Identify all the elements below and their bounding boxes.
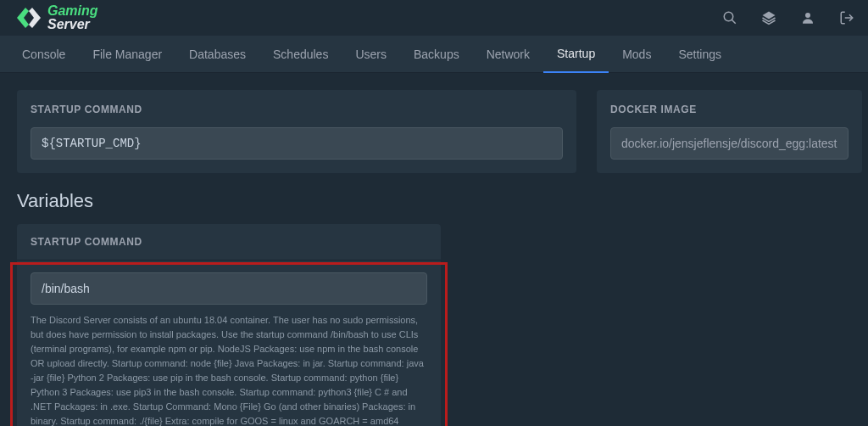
navbar: Console File Manager Databases Schedules…	[0, 36, 868, 73]
nav-settings[interactable]: Settings	[665, 36, 735, 73]
search-icon[interactable]	[722, 10, 737, 25]
nav-file-manager[interactable]: File Manager	[79, 36, 175, 73]
nav-mods[interactable]: Mods	[609, 36, 665, 73]
variables-heading: Variables	[17, 190, 576, 212]
variable-description: The Discord Server consists of an ubuntu…	[31, 313, 427, 426]
startup-command-title: STARTUP COMMAND	[31, 104, 563, 115]
layers-icon[interactable]	[761, 10, 776, 25]
logout-icon[interactable]	[839, 10, 854, 25]
content: STARTUP COMMAND ${STARTUP_CMD} Variables…	[0, 73, 868, 426]
nav-schedules[interactable]: Schedules	[259, 36, 342, 73]
logo-text-top: Gaming	[47, 4, 98, 18]
variable-title: STARTUP COMMAND	[17, 224, 441, 261]
nav-startup[interactable]: Startup	[543, 36, 609, 73]
svg-point-2	[805, 13, 810, 18]
svg-point-0	[724, 12, 733, 21]
topbar: Gaming Server	[0, 0, 868, 36]
variable-startup-command-panel: STARTUP COMMAND The Discord Server consi…	[17, 224, 441, 426]
logo[interactable]: Gaming Server	[14, 3, 98, 33]
user-icon[interactable]	[800, 10, 815, 25]
startup-command-panel: STARTUP COMMAND ${STARTUP_CMD}	[17, 90, 576, 173]
docker-image-panel: DOCKER IMAGE docker.io/jensjeflensje/dis…	[597, 90, 862, 173]
startup-command-value: ${STARTUP_CMD}	[31, 127, 563, 160]
topbar-actions	[722, 10, 854, 25]
nav-users[interactable]: Users	[342, 36, 400, 73]
nav-backups[interactable]: Backups	[400, 36, 473, 73]
docker-image-title: DOCKER IMAGE	[610, 104, 849, 115]
docker-image-value[interactable]: docker.io/jensjeflensje/discord_egg:late…	[610, 127, 849, 160]
nav-network[interactable]: Network	[473, 36, 543, 73]
logo-icon	[14, 3, 44, 33]
nav-console[interactable]: Console	[8, 36, 79, 73]
svg-line-1	[732, 20, 736, 24]
nav-databases[interactable]: Databases	[175, 36, 259, 73]
variable-input[interactable]	[31, 272, 427, 305]
logo-text-bottom: Server	[47, 18, 98, 31]
